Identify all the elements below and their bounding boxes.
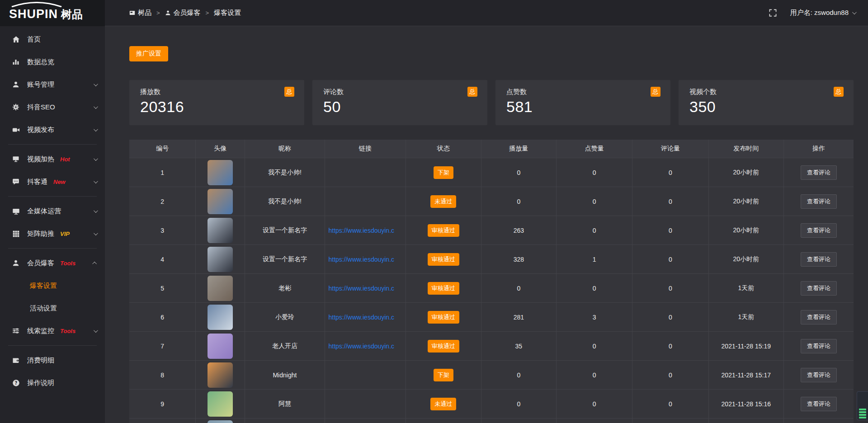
header-cell-avatar: 头像	[196, 140, 245, 158]
fullscreen-icon[interactable]	[769, 9, 777, 17]
likes-count: 1	[557, 245, 632, 273]
promotion-settings-button[interactable]: 推广设置	[129, 46, 168, 61]
sidebar-item-matrix-boost[interactable]: 矩阵助推 VIP	[0, 222, 105, 245]
sidebar-item-data-overview[interactable]: 数据总览	[0, 51, 105, 73]
publish-time: 20小时前	[709, 187, 784, 216]
chevron-down-icon	[94, 128, 97, 132]
breadcrumb-label: 会员爆客	[174, 9, 201, 17]
nickname: Midnight	[245, 361, 325, 389]
stat-card-plays: 播放数 20316 总	[129, 80, 304, 125]
nickname: 小爱玲	[245, 303, 325, 331]
plays-count: 0	[481, 390, 557, 418]
avatar-cell	[196, 390, 245, 418]
sidebar-item-label: 抖音SEO	[27, 103, 55, 112]
comments-count: 0	[632, 274, 708, 302]
link-cell	[325, 418, 406, 423]
sidebar-item-omni-media[interactable]: 全媒体运营	[0, 200, 105, 222]
view-comments-button[interactable]: 查看评论	[801, 310, 837, 324]
link-cell: https://www.iesdouyin.c	[325, 303, 406, 331]
view-comments-button[interactable]: 查看评论	[801, 281, 837, 296]
video-link[interactable]: https://www.iesdouyin.c	[325, 256, 406, 263]
video-link[interactable]: https://www.iesdouyin.c	[325, 343, 406, 350]
action-cell: 查看评论	[784, 274, 854, 302]
header-cell-time: 发布时间	[709, 140, 784, 158]
sidebar-divider	[8, 345, 97, 346]
widget-bar	[859, 409, 866, 410]
table-row: 6 小爱玲 https://www.iesdouyin.c 审核通过 281 3…	[129, 303, 854, 332]
header-cell-action: 操作	[784, 140, 854, 158]
status-cell	[406, 418, 481, 423]
avatar-cell	[196, 274, 245, 302]
video-link[interactable]: https://www.iesdouyin.c	[325, 314, 406, 321]
avatar-cell	[196, 361, 245, 389]
question-icon: ?	[11, 379, 20, 387]
row-number: 1	[129, 158, 196, 187]
total-badge: 总	[284, 87, 294, 97]
brand-name-cn: 树品	[61, 7, 83, 22]
avatar-cell	[196, 216, 245, 244]
sidebar-item-home[interactable]: 首页	[0, 28, 105, 51]
publish-time: 2021-11-28 15:19	[709, 332, 784, 360]
stat-value: 20316	[140, 98, 293, 116]
sidebar-item-label: 首页	[27, 35, 41, 44]
action-cell: 查看评论	[784, 303, 854, 331]
sidebar-subitem-activity-settings[interactable]: 活动设置	[0, 297, 105, 320]
total-badge: 总	[834, 87, 844, 97]
sidebar-item-douyin-seo[interactable]: 抖音SEO	[0, 96, 105, 118]
sidebar-item-doukertong[interactable]: 抖客通 New	[0, 170, 105, 193]
view-comments-button[interactable]: 查看评论	[801, 194, 837, 209]
view-comments-button[interactable]: 查看评论	[801, 165, 837, 180]
comments-count: 0	[632, 303, 708, 331]
breadcrumb-separator: >	[206, 9, 209, 16]
view-comments-button[interactable]: 查看评论	[801, 368, 837, 382]
sidebar-item-member-baoke[interactable]: 会员爆客 Tools	[0, 252, 105, 274]
link-cell: https://www.iesdouyin.c	[325, 332, 406, 360]
svg-text:?: ?	[14, 381, 17, 385]
chevron-down-icon	[94, 210, 97, 213]
view-comments-button[interactable]: 查看评论	[801, 339, 837, 353]
likes-count: 0	[557, 187, 632, 216]
sidebar-item-clue-monitor[interactable]: 线索监控 Tools	[0, 320, 105, 342]
table-row: 8 Midnight 下架 0 0 0 2021-11-28 15:17 查看评…	[129, 361, 854, 390]
status-cell: 审核通过	[406, 274, 481, 302]
sidebar-item-account-management[interactable]: 账号管理	[0, 73, 105, 96]
sidebar-item-video-heat[interactable]: 视频加热 Hot	[0, 148, 105, 170]
comments-count: 0	[632, 158, 708, 187]
chevron-down-icon	[94, 180, 97, 183]
sidebar-item-operation-guide[interactable]: ? 操作说明	[0, 371, 105, 394]
view-comments-button[interactable]: 查看评论	[801, 397, 837, 411]
header-cell-link: 链接	[325, 140, 406, 158]
sidebar-subitem-baoke-settings[interactable]: 爆客设置	[0, 274, 105, 297]
sidebar-subitem-label: 活动设置	[30, 304, 57, 313]
sliders-icon	[11, 327, 20, 334]
status-badge: 下架	[434, 369, 453, 381]
breadcrumb-separator: >	[156, 9, 160, 16]
sidebar-item-consumption-detail[interactable]: 消费明细	[0, 349, 105, 371]
breadcrumb-item-baoke-settings: 爆客设置	[214, 9, 241, 17]
row-number: 3	[129, 216, 196, 244]
avatar-cell	[196, 187, 245, 216]
table-row: 10 查看评论	[129, 418, 854, 423]
publish-time: 20小时前	[709, 245, 784, 273]
plays-count: 0	[481, 158, 557, 187]
sidebar-item-video-publish[interactable]: 视频发布	[0, 118, 105, 141]
breadcrumb-item-shupin[interactable]: 树品	[129, 9, 151, 17]
topbar-right: 用户名: zswodun88	[769, 9, 855, 17]
publish-time: 1天前	[709, 303, 784, 331]
sidebar-item-label: 消费明细	[27, 356, 54, 365]
service-float-widget[interactable]	[857, 391, 868, 420]
tools-badge: Tools	[60, 260, 75, 267]
view-comments-button[interactable]: 查看评论	[801, 252, 837, 267]
view-comments-button[interactable]: 查看评论	[801, 223, 837, 238]
nickname: 阿慧	[245, 390, 325, 418]
stat-card-comments: 评论数 50 总	[312, 80, 487, 125]
breadcrumb-item-member-baoke[interactable]: 会员爆客	[165, 9, 201, 17]
status-cell: 审核通过	[406, 303, 481, 331]
breadcrumb-label: 树品	[138, 9, 151, 17]
video-link[interactable]: https://www.iesdouyin.c	[325, 227, 406, 234]
app-root: SHUPIN 树品 首页 数据总览 账号管理 抖音SEO	[0, 0, 868, 423]
avatar	[208, 276, 233, 301]
stat-label: 视频个数	[689, 88, 843, 96]
user-menu[interactable]: 用户名: zswodun88	[790, 9, 855, 17]
video-link[interactable]: https://www.iesdouyin.c	[325, 285, 406, 292]
